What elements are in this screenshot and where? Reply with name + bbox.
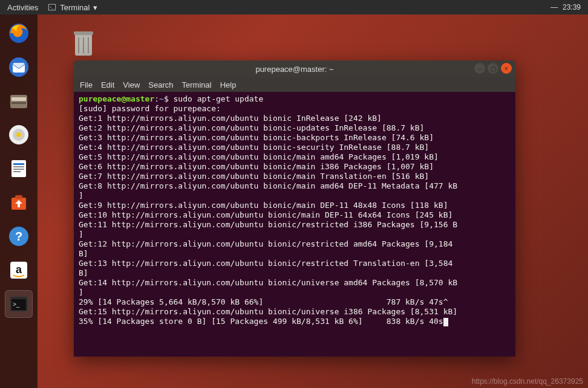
watermark: https://blog.csdn.net/qq_26373925: [472, 377, 583, 386]
window-titlebar[interactable]: purepeace@master: ~ – ▢ ×: [74, 60, 515, 77]
terminal-menubar: File Edit View Search Terminal Help: [74, 77, 515, 92]
network-icon[interactable]: —: [550, 3, 558, 11]
svg-text:>_: >_: [50, 5, 54, 9]
svg-text:>_: >_: [13, 301, 20, 308]
svg-rect-26: [74, 31, 93, 35]
activities-button[interactable]: Activities: [7, 3, 38, 12]
menu-terminal[interactable]: Terminal: [182, 80, 212, 89]
top-panel: Activities >_ Terminal ▾ — 23:39: [0, 0, 588, 15]
cursor: [443, 318, 448, 326]
dock-amazon[interactable]: a: [5, 256, 33, 284]
chevron-down-icon: ▾: [93, 3, 97, 12]
svg-rect-12: [13, 163, 24, 165]
dock-firefox[interactable]: [5, 19, 33, 47]
window-maximize-button[interactable]: ▢: [488, 63, 498, 74]
prompt-user: purepeace@master: [79, 94, 154, 103]
prompt-path: ~: [159, 94, 164, 103]
menu-edit[interactable]: Edit: [101, 80, 114, 89]
svg-point-10: [16, 132, 21, 137]
window-close-button[interactable]: ×: [501, 63, 512, 74]
dock-libreoffice-writer[interactable]: [5, 155, 33, 183]
window-minimize-button[interactable]: –: [474, 63, 485, 74]
menu-help[interactable]: Help: [220, 80, 237, 89]
dock-thunderbird[interactable]: [5, 53, 33, 81]
svg-text:a: a: [16, 264, 22, 276]
app-menu-label: Terminal: [60, 3, 90, 12]
svg-rect-7: [11, 102, 26, 104]
dock-files[interactable]: [5, 87, 33, 115]
dock-software[interactable]: [5, 189, 33, 216]
command-text: sudo apt-get update: [174, 94, 264, 103]
svg-rect-5: [10, 95, 27, 108]
terminal-output[interactable]: purepeace@master:~$ sudo apt-get update …: [74, 92, 515, 329]
clock[interactable]: 23:39: [563, 3, 581, 11]
menu-view[interactable]: View: [123, 80, 140, 89]
svg-text:?: ?: [15, 230, 22, 243]
window-title: purepeace@master: ~: [255, 65, 333, 74]
trash-icon: [70, 28, 97, 58]
menu-search[interactable]: Search: [148, 80, 173, 89]
menu-file[interactable]: File: [80, 80, 93, 89]
dock-rhythmbox[interactable]: [5, 121, 33, 149]
svg-rect-6: [11, 97, 26, 101]
svg-rect-17: [15, 195, 22, 199]
terminal-lines: [sudo] password for purepeace: Get:1 htt…: [79, 104, 457, 326]
dock-terminal[interactable]: >_: [5, 290, 33, 318]
svg-rect-13: [13, 166, 24, 167]
launcher-dock: ? a >_: [0, 15, 38, 388]
app-menu[interactable]: >_ Terminal ▾: [48, 3, 97, 12]
terminal-small-icon: >_: [48, 3, 56, 11]
dock-help[interactable]: ?: [5, 222, 33, 250]
svg-rect-14: [13, 169, 24, 170]
terminal-window: purepeace@master: ~ – ▢ × File Edit View…: [74, 60, 515, 357]
svg-rect-15: [13, 171, 21, 172]
